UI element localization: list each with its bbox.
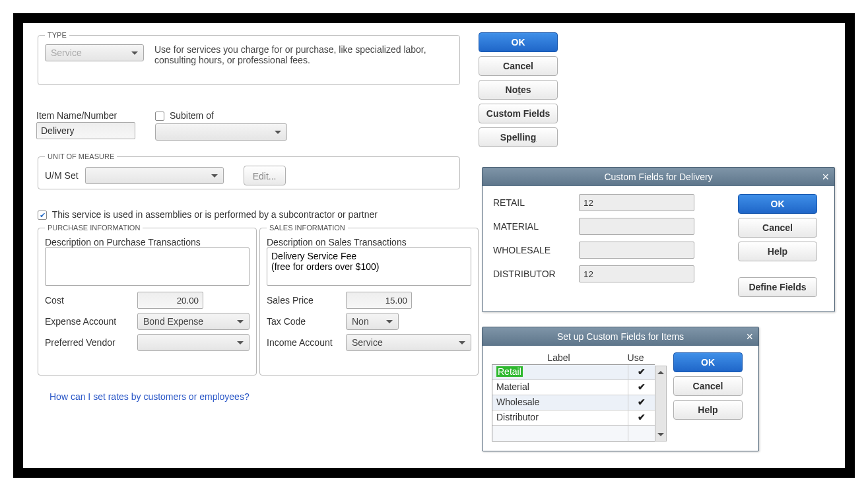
su-col-label: Label — [498, 352, 619, 363]
income-dropdown[interactable]: Service — [346, 334, 471, 351]
action-buttons: OK Cancel Notes Custom Fields Spelling — [479, 32, 558, 151]
uom-dropdown[interactable] — [85, 167, 224, 184]
purchase-legend: PURCHASE INFORMATION — [45, 224, 143, 232]
type-value: Service — [51, 48, 82, 58]
cf-input-retail[interactable] — [579, 194, 694, 211]
purchase-desc-input[interactable] — [45, 247, 250, 286]
tax-dropdown[interactable]: Non — [346, 313, 399, 330]
type-group: TYPE Service Use for services you charge… — [38, 31, 460, 85]
cf-title: Custom Fields for Delivery — [604, 172, 712, 182]
vendor-dropdown[interactable] — [137, 334, 250, 351]
item-name-row: Item Name/Number Delivery Subitem of — [36, 110, 287, 141]
cf-input-wholesale[interactable] — [579, 242, 694, 259]
purchase-desc-label: Description on Purchase Transactions — [45, 237, 250, 247]
tax-label: Tax Code — [267, 316, 346, 327]
sales-legend: SALES INFORMATION — [267, 224, 348, 232]
expense-label: Expense Account — [45, 316, 137, 327]
su-row-empty[interactable] — [492, 426, 655, 441]
su-use-empty[interactable] — [628, 426, 655, 441]
su-help-button[interactable]: Help — [673, 400, 743, 420]
su-use-wholesale[interactable]: ✔ — [628, 395, 655, 410]
cf-cancel-button[interactable]: Cancel — [738, 218, 817, 238]
purchase-group: PURCHASE INFORMATION Description on Purc… — [38, 224, 257, 376]
notes-button[interactable]: Notes — [479, 80, 558, 100]
cf-define-fields-button[interactable]: Define Fields — [738, 277, 817, 297]
cost-input[interactable] — [137, 292, 203, 309]
expense-dropdown[interactable]: Bond Expense — [137, 313, 250, 330]
custom-fields-button[interactable]: Custom Fields — [479, 104, 558, 123]
su-row-material[interactable]: Material ✔ — [492, 380, 655, 395]
cf-fields: RETAIL MATERIAL WHOLESALE DISTRIBUTOR — [493, 194, 731, 301]
item-editor-window: TYPE Service Use for services you charge… — [13, 13, 855, 478]
cf-input-material[interactable] — [579, 218, 694, 235]
uom-group: UNIT OF MEASURE U/M Set Edit... — [38, 152, 460, 189]
cf-row-distributor: DISTRIBUTOR — [493, 265, 731, 282]
sales-group: SALES INFORMATION Description on Sales T… — [259, 224, 479, 376]
cf-titlebar[interactable]: Custom Fields for Delivery × — [483, 168, 834, 186]
su-row-distributor[interactable]: Distributor ✔ — [492, 410, 655, 426]
su-scrollbar[interactable] — [655, 366, 667, 442]
su-use-retail[interactable]: ✔ — [628, 365, 655, 379]
item-name-label: Item Name/Number — [36, 110, 135, 121]
setup-custom-fields-popup: Set up Custom Fields for Items × Label U… — [482, 327, 759, 451]
assembly-row: ✔ This service is used in assemblies or … — [38, 209, 378, 220]
uom-edit-button[interactable]: Edit... — [244, 166, 286, 185]
assembly-label: This service is used in assemblies or is… — [52, 209, 378, 220]
cf-input-distributor[interactable] — [579, 265, 694, 282]
cf-row-wholesale: WHOLESALE — [493, 242, 731, 259]
su-title: Set up Custom Fields for Items — [557, 331, 684, 342]
su-close-icon[interactable]: × — [746, 327, 753, 346]
rates-help-link[interactable]: How can I set rates by customers or empl… — [50, 391, 250, 402]
su-row-wholesale[interactable]: Wholesale ✔ — [492, 395, 655, 410]
item-name-input[interactable]: Delivery — [36, 122, 135, 139]
cancel-button[interactable]: Cancel — [479, 56, 558, 76]
type-legend: TYPE — [45, 31, 69, 39]
price-input[interactable] — [346, 292, 412, 309]
uom-legend: UNIT OF MEASURE — [45, 152, 117, 160]
su-col-use: Use — [619, 352, 652, 363]
cf-ok-button[interactable]: OK — [738, 194, 817, 214]
cf-row-retail: RETAIL — [493, 194, 731, 211]
su-use-material[interactable]: ✔ — [628, 380, 655, 395]
subitem-dropdown[interactable] — [155, 123, 287, 141]
su-use-distributor[interactable]: ✔ — [628, 410, 655, 425]
assembly-checkbox[interactable]: ✔ — [38, 211, 47, 220]
type-dropdown[interactable]: Service — [45, 44, 144, 61]
uom-set-label: U/M Set — [45, 170, 79, 181]
price-label: Sales Price — [267, 295, 346, 306]
cf-help-button[interactable]: Help — [738, 242, 817, 261]
cost-label: Cost — [45, 295, 137, 306]
vendor-label: Preferred Vendor — [45, 337, 137, 348]
custom-fields-popup: Custom Fields for Delivery × RETAIL MATE… — [482, 167, 835, 312]
sales-desc-input[interactable]: Delivery Service Fee (free for orders ov… — [267, 247, 471, 286]
subitem-checkbox[interactable] — [155, 112, 164, 121]
su-cancel-button[interactable]: Cancel — [673, 376, 743, 396]
subitem-label: Subitem of — [170, 110, 214, 121]
sales-desc-label: Description on Sales Transactions — [267, 237, 471, 247]
su-titlebar[interactable]: Set up Custom Fields for Items × — [483, 327, 758, 346]
type-description: Use for services you charge for or purch… — [154, 44, 453, 65]
su-row-retail[interactable]: Retail ✔ — [492, 365, 655, 380]
income-label: Income Account — [267, 337, 346, 348]
cf-close-icon[interactable]: × — [822, 168, 829, 186]
su-table: Retail ✔ Material ✔ Wholesale ✔ Distribu… — [492, 364, 655, 442]
su-ok-button[interactable]: OK — [673, 352, 743, 372]
ok-button[interactable]: OK — [479, 32, 558, 52]
spelling-button[interactable]: Spelling — [479, 127, 558, 147]
cf-row-material: MATERIAL — [493, 218, 731, 235]
